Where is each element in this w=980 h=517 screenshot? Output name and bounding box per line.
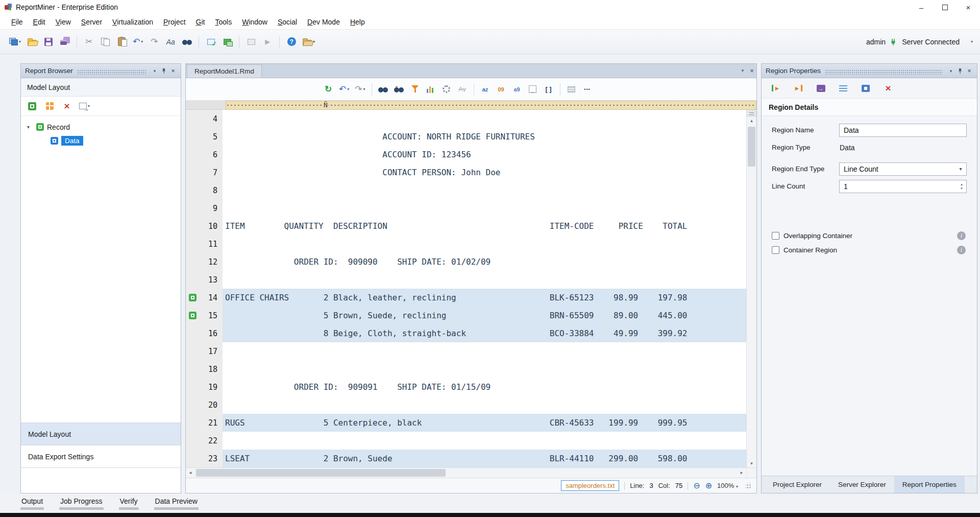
line-text[interactable] <box>223 342 746 360</box>
auto-create-fields-icon[interactable] <box>408 82 422 97</box>
report-browser-header[interactable]: Report Browser ▾ × <box>21 64 181 78</box>
goto-region-start-icon[interactable]: ► <box>769 81 783 96</box>
menu-item[interactable]: Edit <box>28 16 51 28</box>
right-panel-tab[interactable]: Project Explorer <box>765 476 830 493</box>
sort-numeric-icon[interactable]: 09 <box>494 82 508 97</box>
line-text[interactable] <box>223 360 746 378</box>
report-line[interactable]: 11 <box>186 235 746 253</box>
line-text[interactable]: OFFICE CHAIRS 2 Black, leather, reclinin… <box>223 289 746 307</box>
close-panel-icon[interactable]: × <box>168 66 178 76</box>
pin-icon[interactable] <box>955 66 965 76</box>
line-text[interactable]: 5 Brown, Suede, reclining BRN-65509 89.0… <box>223 307 746 324</box>
redo-icon[interactable]: ↷ <box>147 34 161 50</box>
report-line[interactable]: 23 LSEAT 2 Brown, Suede BLR-44110 299.00… <box>186 450 746 467</box>
tree-item-data[interactable]: Data <box>21 134 181 148</box>
sort-alphanumeric-icon[interactable]: a9 <box>510 82 524 97</box>
tab-list-icon[interactable]: ▾ <box>738 66 747 75</box>
find-similar-icon[interactable] <box>392 82 406 97</box>
sort-alpha-icon[interactable]: az <box>478 82 493 97</box>
layout-view-icon[interactable] <box>220 34 234 50</box>
right-panel-tab[interactable]: Report Properties <box>894 476 965 493</box>
region-name-input[interactable] <box>839 124 967 137</box>
zoom-level-dropdown[interactable]: 100% ▾ <box>717 482 738 489</box>
zoom-out-icon[interactable]: ⊖ <box>693 482 700 490</box>
line-text[interactable]: ORDER ID: 909091 SHIP DATE: 01/15/09 <box>223 378 746 396</box>
find-pattern-icon[interactable] <box>376 82 390 97</box>
new-report-icon[interactable]: ▾ <box>7 34 23 50</box>
font-options-icon[interactable]: Av <box>455 82 470 97</box>
container-region-checkbox[interactable] <box>772 246 779 254</box>
menu-item[interactable]: Virtualization <box>107 16 158 28</box>
maximize-icon[interactable] <box>933 0 957 14</box>
report-line[interactable]: 6 ACCOUNT ID: 123456 <box>186 146 746 163</box>
tab-reportmodel1[interactable]: ReportModel1.Rmd <box>187 64 262 78</box>
report-line[interactable]: 14 OFFICE CHAIRS 2 Black, leather, recli… <box>186 289 746 307</box>
bottom-tab[interactable]: Verify <box>119 497 139 513</box>
close-icon[interactable]: × <box>957 0 980 14</box>
verify-model-icon[interactable] <box>204 34 218 50</box>
menu-item[interactable]: Social <box>273 16 302 28</box>
add-region-icon[interactable] <box>42 99 57 114</box>
nav-data-export-settings[interactable]: Data Export Settings <box>21 445 181 467</box>
redo-edit-icon[interactable]: ↷▾ <box>353 82 367 97</box>
bottom-tab[interactable]: Output <box>20 497 44 513</box>
delete-node-icon[interactable]: × <box>60 99 74 114</box>
preview-disabled-icon[interactable] <box>244 34 258 50</box>
line-text[interactable]: LSEAT 2 Brown, Suede BLR-44110 299.00 59… <box>223 450 746 467</box>
whitespace-icon[interactable]: _ <box>526 82 540 97</box>
report-line[interactable]: 17 <box>186 342 746 360</box>
spin-up-icon[interactable]: ▲ <box>960 183 963 186</box>
delete-region-icon[interactable]: × <box>881 81 895 96</box>
tree-item-record[interactable]: ▾ Record <box>21 120 181 134</box>
vertical-scroll-thumb[interactable] <box>748 127 755 167</box>
right-panel-tab[interactable]: Server Explorer <box>830 476 894 493</box>
pin-icon[interactable] <box>159 66 168 76</box>
line-text[interactable]: ACCOUNT: NORTH RIDGE FURNITURES <box>223 128 746 146</box>
scroll-up-icon[interactable]: ▲ <box>747 116 756 125</box>
nav-model-layout[interactable]: Model Layout <box>21 422 181 445</box>
split-view-handle[interactable] <box>747 110 756 116</box>
line-text[interactable] <box>223 271 746 289</box>
panel-menu-icon[interactable]: ▾ <box>946 66 955 76</box>
report-line[interactable]: 16 8 Beige, Cloth, straight-back BCO-338… <box>186 324 746 342</box>
line-text[interactable]: ITEM QUANTITY DESCRIPTION ITEM-CODE PRIC… <box>223 217 746 235</box>
save-all-icon[interactable] <box>58 34 72 50</box>
run-icon[interactable]: ▶ <box>260 34 275 50</box>
brackets-icon[interactable]: [ ] <box>542 82 556 97</box>
line-text[interactable] <box>223 432 746 450</box>
menu-item[interactable]: Dev Mode <box>302 16 345 28</box>
report-line[interactable]: 7 CONTACT PERSON: John Doe <box>186 163 746 181</box>
report-line[interactable]: 20 <box>186 396 746 414</box>
scroll-right-icon[interactable]: ► <box>737 468 746 478</box>
spin-down-icon[interactable]: ▼ <box>960 187 963 190</box>
undo-edit-icon[interactable]: ↶▾ <box>337 82 351 97</box>
menu-item[interactable]: Git <box>191 16 210 28</box>
horizontal-scrollbar[interactable]: ◄ ► <box>186 467 756 478</box>
cut-icon[interactable]: ✂ <box>82 34 96 50</box>
paste-icon[interactable] <box>114 34 129 50</box>
horizontal-scroll-thumb[interactable] <box>196 469 446 477</box>
save-icon[interactable] <box>41 34 56 50</box>
open-folder-icon[interactable] <box>25 34 39 50</box>
scroll-left-icon[interactable]: ◄ <box>186 468 195 478</box>
line-text[interactable] <box>223 181 746 199</box>
resize-grip[interactable] <box>745 483 751 489</box>
report-line[interactable]: 19 ORDER ID: 909091 SHIP DATE: 01/15/09 <box>186 378 746 396</box>
menu-item[interactable]: View <box>51 16 76 28</box>
region-marker-icon[interactable] <box>189 294 197 301</box>
close-panel-icon[interactable]: × <box>965 66 974 76</box>
report-line[interactable]: 8 <box>186 181 746 199</box>
column-ruler[interactable]: Ñ <box>226 101 756 110</box>
scroll-down-icon[interactable]: ▼ <box>747 459 756 467</box>
export-model-icon[interactable]: ▾ <box>77 99 92 114</box>
undo-icon[interactable]: ↶▾ <box>131 34 145 50</box>
report-line[interactable]: 13 <box>186 271 746 289</box>
menu-item[interactable]: Server <box>76 16 107 28</box>
find-icon[interactable] <box>180 34 194 50</box>
line-text[interactable]: ORDER ID: 909090 SHIP DATE: 01/02/09 <box>223 253 746 271</box>
goto-region-end-icon[interactable]: ► <box>791 81 805 96</box>
menu-item[interactable]: Project <box>158 16 191 28</box>
report-line[interactable]: 10 ITEM QUANTITY DESCRIPTION ITEM-CODE P… <box>186 217 746 235</box>
report-line[interactable]: 18 <box>186 360 746 378</box>
line-text[interactable]: 8 Beige, Cloth, straight-back BCO-33884 … <box>223 324 746 342</box>
